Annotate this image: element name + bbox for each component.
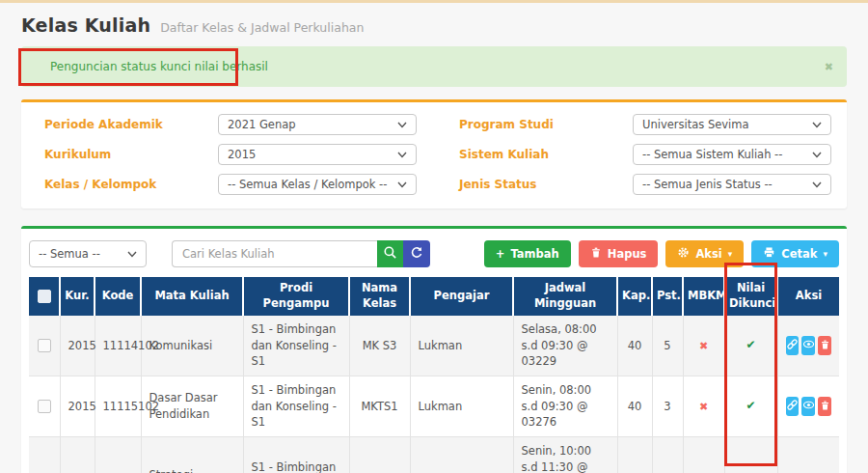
header-kode: Kode <box>95 277 141 316</box>
cell-prodi: S1 - Bimbingan dan Konseling - S1 <box>243 316 349 376</box>
cell-kode: 11114102 <box>95 316 141 376</box>
chevron-down-icon <box>397 148 407 161</box>
header-mata-kuliah: Mata Kuliah <box>141 277 243 316</box>
kelas-kuliah-table: Kur. Kode Mata Kuliah Prodi Pengampu Nam… <box>29 277 839 473</box>
header-prodi-pengampu: Prodi Pengampu <box>243 277 349 316</box>
page-header: Kelas Kuliah Daftar Kelas & Jadwal Perku… <box>21 14 847 36</box>
jenis-status-label: Jenis Status <box>451 178 633 191</box>
header-aksi: Aksi <box>777 277 839 316</box>
cell-kap: 40 <box>617 437 652 473</box>
cell-pengajar: Lukman <box>410 437 513 473</box>
sistem-kuliah-label: Sistem Kuliah <box>451 148 633 161</box>
row-checkbox[interactable] <box>38 400 51 413</box>
cell-jadwal: Senin, 10:00 s.d 11:30 @ 03239 1 Jadwal … <box>513 437 617 473</box>
caret-down-icon: ▾ <box>728 250 733 259</box>
delete-button[interactable] <box>818 397 831 416</box>
cell-kur: 2015 <box>60 437 95 473</box>
cell-pst: 5 <box>652 316 683 376</box>
kurikulum-label: Kurikulum <box>37 148 218 161</box>
cell-nama-kelas: MK S3 <box>349 316 410 376</box>
periode-akademik-select[interactable]: 2021 Genap <box>218 114 417 135</box>
chevron-down-icon <box>127 247 137 261</box>
alert-message: Penguncian status kunci nilai berhasil <box>39 60 268 73</box>
cell-pst: 3 <box>652 376 683 437</box>
caret-down-icon: ▾ <box>823 250 827 259</box>
table-row: 2015 11115102 Dasar Dasar Pendidikan S1 … <box>29 376 839 437</box>
header-jadwal-mingguan: Jadwal Mingguan <box>513 277 617 316</box>
link-icon <box>786 338 799 353</box>
link-icon <box>786 399 799 414</box>
header-kur: Kur. <box>60 277 95 316</box>
cell-pengajar: Lukman <box>410 316 513 376</box>
cell-kap: 40 <box>617 376 652 437</box>
refresh-button[interactable] <box>403 240 430 267</box>
cell-jadwal: Senin, 08:00 s.d 09:30 @ 03276 <box>513 376 617 437</box>
table-header-row: Kur. Kode Mata Kuliah Prodi Pengampu Nam… <box>29 277 839 316</box>
header-kap: Kap. <box>617 277 652 316</box>
header-nama-kelas: Nama Kelas <box>349 277 410 316</box>
cell-mata-kuliah: Strategi Pembelajaran <box>141 437 243 473</box>
link-button[interactable] <box>786 336 800 355</box>
chevron-down-icon <box>812 148 822 161</box>
jenis-status-select[interactable]: -- Semua Jenis Status -- <box>633 174 831 195</box>
cell-mata-kuliah: Komunikasi <box>141 316 243 376</box>
refresh-icon <box>410 246 423 263</box>
cell-kap: 40 <box>617 316 652 376</box>
printer-icon <box>763 246 775 262</box>
program-studi-label: Program Studi <box>451 118 633 131</box>
kurikulum-select[interactable]: 2015 <box>218 144 417 165</box>
cell-kur: 2015 <box>60 316 95 376</box>
filter-panel: Periode Akademik 2021 Genap Program Stud… <box>21 99 847 209</box>
cell-kode: 11115103 <box>95 437 141 473</box>
cell-mata-kuliah: Dasar Dasar Pendidikan <box>141 376 243 437</box>
delete-button[interactable] <box>818 336 831 355</box>
cell-prodi: S1 - Bimbingan dan Konseling - S1 <box>243 437 349 473</box>
table-row: 2015 11114102 Komunikasi S1 - Bimbingan … <box>29 316 839 376</box>
mbkm-cross-icon: ✖ <box>699 401 708 413</box>
cell-nama-kelas: MKTS1 <box>349 376 410 437</box>
gear-icon <box>677 246 690 262</box>
kelas-kelompok-label: Kelas / Kelompok <box>37 178 218 191</box>
header-pst: Pst. <box>652 277 683 316</box>
search-icon <box>383 245 397 263</box>
tambah-button[interactable]: + Tambah <box>484 240 571 267</box>
select-all-checkbox[interactable] <box>38 290 51 303</box>
alert-close-icon[interactable]: ✖ <box>825 61 833 73</box>
chevron-down-icon <box>812 178 822 191</box>
cell-jadwal: Selasa, 08:00 s.d 09:30 @ 03229 <box>513 316 617 376</box>
chevron-down-icon <box>397 118 407 131</box>
cell-nama-kelas: MKTS2 <box>349 437 410 473</box>
eye-icon <box>802 338 815 353</box>
hapus-button[interactable]: Hapus <box>579 240 659 267</box>
eye-icon <box>802 399 815 414</box>
aksi-dropdown-button[interactable]: Aksi ▾ <box>665 240 744 267</box>
header-mbkm: MBKM <box>683 277 724 316</box>
cell-prodi: S1 - Bimbingan dan Konseling - S1 <box>243 376 349 437</box>
search-input[interactable] <box>172 240 377 267</box>
cell-kode: 11115102 <box>95 376 141 437</box>
search-button[interactable] <box>377 240 403 267</box>
cetak-dropdown-button[interactable]: Cetak ▾ <box>751 240 839 267</box>
program-studi-select[interactable]: Universitas Sevima <box>633 114 831 135</box>
view-button[interactable] <box>801 336 815 355</box>
header-nilai-dikunci: Nilai Dikunci <box>724 277 777 316</box>
trash-icon <box>820 339 830 353</box>
list-filter-select[interactable]: -- Semua -- <box>29 240 147 267</box>
page-subtitle: Daftar Kelas & Jadwal Perkuliahan <box>160 20 364 35</box>
trash-icon <box>590 246 602 262</box>
row-checkbox[interactable] <box>38 339 51 352</box>
chevron-down-icon <box>812 118 822 131</box>
page-title: Kelas Kuliah <box>21 14 150 36</box>
header-pengajar: Pengajar <box>410 277 513 316</box>
mbkm-cross-icon: ✖ <box>699 340 708 352</box>
trash-icon <box>820 400 830 414</box>
table-toolbar: -- Semua -- + Tambah <box>29 238 839 277</box>
link-button[interactable] <box>786 397 800 416</box>
cell-kur: 2015 <box>60 376 95 437</box>
plus-icon: + <box>496 247 505 261</box>
cell-pst: 5 <box>652 437 683 473</box>
sistem-kuliah-select[interactable]: -- Semua Sistem Kuliah -- <box>633 144 831 165</box>
kelas-kelompok-select[interactable]: -- Semua Kelas / Kelompok -- <box>218 174 417 195</box>
view-button[interactable] <box>801 397 815 416</box>
chevron-down-icon <box>397 178 407 191</box>
